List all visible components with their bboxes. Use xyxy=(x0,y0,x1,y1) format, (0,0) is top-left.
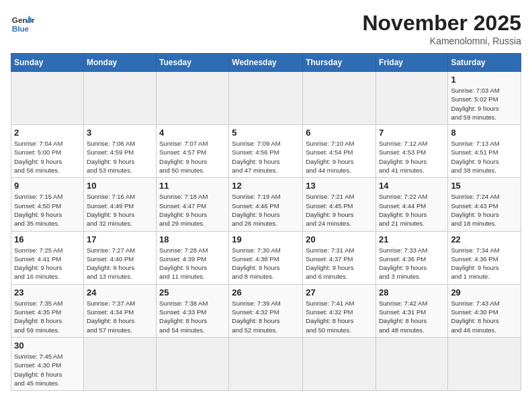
day-info: Sunrise: 7:39 AM Sunset: 4:32 PM Dayligh… xyxy=(232,299,300,334)
calendar-cell xyxy=(157,72,229,125)
calendar-cell: 24Sunrise: 7:37 AM Sunset: 4:34 PM Dayli… xyxy=(83,284,156,337)
calendar-cell: 8Sunrise: 7:13 AM Sunset: 4:51 PM Daylig… xyxy=(448,125,521,178)
day-info: Sunrise: 7:16 AM Sunset: 4:49 PM Dayligh… xyxy=(87,192,153,228)
calendar-cell: 4Sunrise: 7:07 AM Sunset: 4:57 PM Daylig… xyxy=(157,125,229,178)
week-row-3: 9Sunrise: 7:15 AM Sunset: 4:50 PM Daylig… xyxy=(11,178,521,231)
calendar-cell: 20Sunrise: 7:31 AM Sunset: 4:37 PM Dayli… xyxy=(303,231,376,284)
calendar-cell: 7Sunrise: 7:12 AM Sunset: 4:53 PM Daylig… xyxy=(375,125,447,178)
day-number: 3 xyxy=(87,128,153,138)
day-info: Sunrise: 7:12 AM Sunset: 4:53 PM Dayligh… xyxy=(379,139,445,175)
day-number: 18 xyxy=(159,234,226,244)
day-number: 19 xyxy=(232,234,300,244)
calendar-cell: 22Sunrise: 7:34 AM Sunset: 4:36 PM Dayli… xyxy=(448,231,521,284)
day-number: 9 xyxy=(14,181,81,191)
weekday-header-friday: Friday xyxy=(375,54,447,72)
day-info: Sunrise: 7:03 AM Sunset: 5:02 PM Dayligh… xyxy=(451,86,518,122)
calendar-cell: 2Sunrise: 7:04 AM Sunset: 5:00 PM Daylig… xyxy=(11,125,84,178)
day-number: 4 xyxy=(159,128,226,138)
day-number: 21 xyxy=(379,234,445,244)
day-info: Sunrise: 7:37 AM Sunset: 4:34 PM Dayligh… xyxy=(87,299,153,334)
day-info: Sunrise: 7:42 AM Sunset: 4:31 PM Dayligh… xyxy=(379,299,445,334)
logo-icon: General Blue xyxy=(11,11,35,35)
day-info: Sunrise: 7:33 AM Sunset: 4:36 PM Dayligh… xyxy=(379,246,445,281)
calendar-cell: 16Sunrise: 7:25 AM Sunset: 4:41 PM Dayli… xyxy=(11,231,84,284)
week-row-1: 1Sunrise: 7:03 AM Sunset: 5:02 PM Daylig… xyxy=(11,72,521,125)
week-row-4: 16Sunrise: 7:25 AM Sunset: 4:41 PM Dayli… xyxy=(11,231,521,284)
day-number: 6 xyxy=(306,128,373,138)
day-info: Sunrise: 7:25 AM Sunset: 4:41 PM Dayligh… xyxy=(14,246,81,281)
day-number: 10 xyxy=(87,181,153,191)
day-number: 8 xyxy=(451,128,518,138)
calendar-cell: 28Sunrise: 7:42 AM Sunset: 4:31 PM Dayli… xyxy=(375,284,447,337)
day-info: Sunrise: 7:10 AM Sunset: 4:54 PM Dayligh… xyxy=(306,139,373,175)
calendar-cell: 23Sunrise: 7:35 AM Sunset: 4:35 PM Dayli… xyxy=(11,284,84,337)
calendar-cell: 11Sunrise: 7:18 AM Sunset: 4:47 PM Dayli… xyxy=(157,178,229,231)
calendar-cell xyxy=(375,337,447,390)
calendar-cell: 17Sunrise: 7:27 AM Sunset: 4:40 PM Dayli… xyxy=(83,231,156,284)
calendar-cell: 21Sunrise: 7:33 AM Sunset: 4:36 PM Dayli… xyxy=(375,231,447,284)
day-info: Sunrise: 7:22 AM Sunset: 4:44 PM Dayligh… xyxy=(379,192,445,228)
day-info: Sunrise: 7:27 AM Sunset: 4:40 PM Dayligh… xyxy=(87,246,153,281)
day-info: Sunrise: 7:43 AM Sunset: 4:30 PM Dayligh… xyxy=(451,299,518,334)
day-info: Sunrise: 7:28 AM Sunset: 4:39 PM Dayligh… xyxy=(159,246,226,281)
page-header: General Blue November 2025 Kamenolomni, … xyxy=(11,11,521,46)
day-info: Sunrise: 7:07 AM Sunset: 4:57 PM Dayligh… xyxy=(159,139,226,175)
day-info: Sunrise: 7:13 AM Sunset: 4:51 PM Dayligh… xyxy=(451,139,518,175)
svg-text:Blue: Blue xyxy=(12,24,30,33)
day-number: 25 xyxy=(159,287,226,298)
calendar-cell: 27Sunrise: 7:41 AM Sunset: 4:32 PM Dayli… xyxy=(303,284,376,337)
weekday-header-tuesday: Tuesday xyxy=(157,54,229,72)
day-number: 27 xyxy=(306,287,373,298)
calendar-cell: 10Sunrise: 7:16 AM Sunset: 4:49 PM Dayli… xyxy=(83,178,156,231)
calendar-cell: 19Sunrise: 7:30 AM Sunset: 4:38 PM Dayli… xyxy=(229,231,303,284)
day-info: Sunrise: 7:41 AM Sunset: 4:32 PM Dayligh… xyxy=(306,299,373,334)
calendar-cell: 3Sunrise: 7:06 AM Sunset: 4:59 PM Daylig… xyxy=(83,125,156,178)
day-info: Sunrise: 7:31 AM Sunset: 4:37 PM Dayligh… xyxy=(306,246,373,281)
day-number: 14 xyxy=(379,181,445,191)
weekday-header-thursday: Thursday xyxy=(303,54,376,72)
calendar-cell: 15Sunrise: 7:24 AM Sunset: 4:43 PM Dayli… xyxy=(448,178,521,231)
calendar-cell: 9Sunrise: 7:15 AM Sunset: 4:50 PM Daylig… xyxy=(11,178,84,231)
day-info: Sunrise: 7:09 AM Sunset: 4:56 PM Dayligh… xyxy=(232,139,300,175)
weekday-header-saturday: Saturday xyxy=(448,54,521,72)
day-number: 17 xyxy=(87,234,153,244)
location: Kamenolomni, Russia xyxy=(362,36,521,46)
calendar-cell: 6Sunrise: 7:10 AM Sunset: 4:54 PM Daylig… xyxy=(303,125,376,178)
day-info: Sunrise: 7:18 AM Sunset: 4:47 PM Dayligh… xyxy=(159,192,226,228)
calendar-cell xyxy=(229,337,303,390)
weekday-header-row: SundayMondayTuesdayWednesdayThursdayFrid… xyxy=(11,54,521,72)
day-info: Sunrise: 7:04 AM Sunset: 5:00 PM Dayligh… xyxy=(14,139,81,175)
week-row-2: 2Sunrise: 7:04 AM Sunset: 5:00 PM Daylig… xyxy=(11,125,521,178)
day-number: 24 xyxy=(87,287,153,298)
day-number: 13 xyxy=(306,181,373,191)
calendar-cell: 12Sunrise: 7:19 AM Sunset: 4:46 PM Dayli… xyxy=(229,178,303,231)
calendar-cell: 14Sunrise: 7:22 AM Sunset: 4:44 PM Dayli… xyxy=(375,178,447,231)
day-info: Sunrise: 7:35 AM Sunset: 4:35 PM Dayligh… xyxy=(14,299,81,334)
day-number: 16 xyxy=(14,234,81,244)
weekday-header-monday: Monday xyxy=(83,54,156,72)
day-number: 28 xyxy=(379,287,445,298)
day-number: 7 xyxy=(379,128,445,138)
day-number: 29 xyxy=(451,287,518,298)
weekday-header-sunday: Sunday xyxy=(11,54,84,72)
calendar-cell xyxy=(375,72,447,125)
day-info: Sunrise: 7:19 AM Sunset: 4:46 PM Dayligh… xyxy=(232,192,300,228)
day-info: Sunrise: 7:21 AM Sunset: 4:45 PM Dayligh… xyxy=(306,192,373,228)
calendar: SundayMondayTuesdayWednesdayThursdayFrid… xyxy=(11,53,521,391)
day-info: Sunrise: 7:45 AM Sunset: 4:30 PM Dayligh… xyxy=(14,352,81,387)
calendar-cell: 25Sunrise: 7:38 AM Sunset: 4:33 PM Dayli… xyxy=(157,284,229,337)
week-row-6: 30Sunrise: 7:45 AM Sunset: 4:30 PM Dayli… xyxy=(11,337,521,390)
calendar-cell: 26Sunrise: 7:39 AM Sunset: 4:32 PM Dayli… xyxy=(229,284,303,337)
logo: General Blue xyxy=(11,11,35,35)
day-number: 23 xyxy=(14,287,81,298)
day-number: 15 xyxy=(451,181,518,191)
calendar-cell xyxy=(83,337,156,390)
calendar-cell: 30Sunrise: 7:45 AM Sunset: 4:30 PM Dayli… xyxy=(11,337,84,390)
day-info: Sunrise: 7:15 AM Sunset: 4:50 PM Dayligh… xyxy=(14,192,81,228)
calendar-cell: 18Sunrise: 7:28 AM Sunset: 4:39 PM Dayli… xyxy=(157,231,229,284)
calendar-cell xyxy=(303,72,376,125)
day-info: Sunrise: 7:38 AM Sunset: 4:33 PM Dayligh… xyxy=(159,299,226,334)
week-row-5: 23Sunrise: 7:35 AM Sunset: 4:35 PM Dayli… xyxy=(11,284,521,337)
calendar-cell: 13Sunrise: 7:21 AM Sunset: 4:45 PM Dayli… xyxy=(303,178,376,231)
calendar-cell xyxy=(303,337,376,390)
